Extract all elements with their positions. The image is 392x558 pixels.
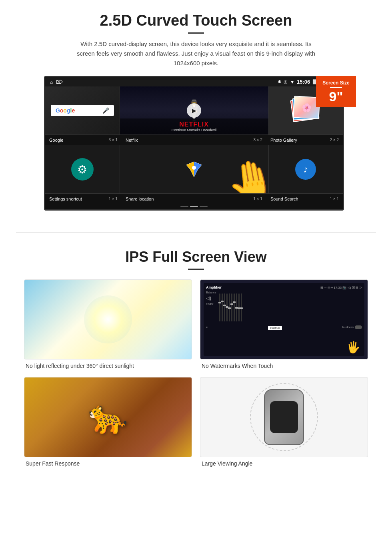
- amp-ui: Amplifier ⊞ ··· ◎ ▾ 17:33 📷 ◁) ☒ ⊟ ⊃ Bal…: [204, 283, 364, 356]
- feature-sunlight-caption: No light reflecting under 360° direct su…: [24, 363, 192, 369]
- app-label-photo: Photo Gallery 2 × 2: [266, 137, 343, 143]
- mic-icon: 🎤: [102, 107, 109, 114]
- eq-bar-5: [229, 293, 230, 321]
- netflix-subtitle: Continue Marvel's Daredevil: [123, 128, 265, 132]
- section1-divider: [188, 32, 204, 34]
- eq-bar-6: [231, 293, 232, 321]
- eq-bar-10: [241, 293, 242, 321]
- google-logo: Google: [56, 107, 75, 114]
- bluetooth-icon: ✱: [278, 79, 281, 84]
- app-label-row-2: Settings shortcut 1 × 1 Share location 1…: [45, 194, 343, 204]
- app-row-2: ⚙: [45, 145, 343, 194]
- feature-watermark-caption: No Watermarks When Touch: [200, 363, 368, 369]
- feature-car-caption: Large Viewing Angle: [200, 460, 368, 467]
- maps-icon: [184, 159, 204, 180]
- location-icon: ◎: [284, 79, 288, 84]
- eq-bar-8: [236, 293, 237, 321]
- amp-icons: ⊞ ··· ◎ ▾ 17:33 📷 ◁) ☒ ⊟ ⊃: [320, 286, 362, 289]
- svg-point-3: [192, 166, 196, 170]
- feature-sunlight-img: [24, 279, 192, 359]
- amp-time: 17:33: [334, 286, 342, 289]
- badge-divider: [330, 87, 342, 88]
- photo-label: Photo Gallery: [270, 138, 297, 143]
- scroll-dots: [45, 204, 343, 209]
- section2-title: IPS Full Screen View: [24, 249, 368, 265]
- loudness-toggle: loudness: [342, 325, 362, 329]
- sound-icon: ♪: [295, 159, 316, 180]
- settings-label: Settings shortcut: [49, 197, 82, 201]
- feature-car: Large Viewing Angle: [200, 377, 368, 467]
- netflix-size: 3 × 2: [253, 138, 262, 143]
- app-label-netflix: Netflix 3 × 2: [122, 137, 266, 143]
- device-wrapper: Screen Size 9" ⌂ ⌦ ✱ ◎ ▼ 15:06 ⬜ ◁: [44, 76, 348, 211]
- photo-size: 2 × 2: [330, 138, 339, 143]
- share-thumb: 🤚: [120, 145, 268, 193]
- feature-cheetah-img: 🐆: [24, 377, 192, 457]
- section-divider: [16, 232, 376, 233]
- amp-title: Amplifier: [206, 285, 222, 289]
- status-time: 15:06: [297, 79, 310, 85]
- features-grid: No light reflecting under 360° direct su…: [24, 279, 368, 467]
- app-cell-google[interactable]: Google 🎤: [45, 86, 120, 134]
- amp-hand: 🖐: [346, 341, 360, 354]
- wifi-icon: ▼: [290, 80, 294, 84]
- sun-effect: [84, 295, 132, 343]
- hand-illustration: 🤚: [222, 154, 268, 193]
- scroll-dot-2: [190, 206, 198, 207]
- curved-screen-section: 2.5D Curved Touch Screen With 2.5D curve…: [0, 0, 392, 220]
- amp-bottom: « Custom loudness: [206, 324, 362, 330]
- android-device: ⌂ ⌦ ✱ ◎ ▼ 15:06 ⬜ ◁) ☒ ⬓: [44, 76, 344, 211]
- feature-car-img: [200, 377, 368, 457]
- google-search-bar[interactable]: Google 🎤: [51, 105, 114, 116]
- app-cell-netflix[interactable]: 🕴 ▶ NETFLIX Continue Marvel's Daredevil: [120, 86, 269, 134]
- feature-cheetah: 🐆 Super Fast Response: [24, 377, 192, 467]
- app-label-settings: Settings shortcut 1 × 1: [45, 196, 122, 202]
- status-bar: ⌂ ⌦ ✱ ◎ ▼ 15:06 ⬜ ◁) ☒ ⬓: [45, 77, 343, 86]
- cheetah-icon: 🐆: [88, 398, 128, 436]
- section1-description: With 2.5D curved-display screen, this de…: [76, 39, 316, 68]
- scroll-dot-1: [180, 206, 188, 207]
- google-thumb: Google 🎤: [45, 86, 120, 134]
- app-row-1: Google 🎤 🕴 ▶ NETFLIX: [45, 86, 343, 135]
- car-top-view: [256, 385, 312, 449]
- google-label: Google: [49, 138, 63, 143]
- app-label-row-1: Google 3 × 1 Netflix 3 × 2 Photo Gallery…: [45, 135, 343, 145]
- share-label: Share location: [126, 197, 154, 201]
- feature-sunlight: No light reflecting under 360° direct su…: [24, 279, 192, 369]
- ips-section: IPS Full Screen View No light reflecting…: [0, 245, 392, 479]
- sound-label: Sound Search: [270, 197, 298, 201]
- amp-left-controls: Balance ◁) Fader: [206, 291, 362, 323]
- netflix-thumb: 🕴 ▶ NETFLIX Continue Marvel's Daredevil: [120, 86, 268, 134]
- eq-bar-2: [222, 293, 223, 321]
- app-label-google: Google 3 × 1: [45, 137, 122, 143]
- custom-btn: Custom: [268, 326, 282, 330]
- app-cell-sound[interactable]: ♪: [269, 145, 343, 193]
- settings-icon: ⚙: [71, 158, 94, 181]
- usb-icon: ⌦: [56, 79, 63, 85]
- badge-unit: ": [336, 89, 343, 104]
- status-left: ⌂ ⌦: [50, 79, 63, 85]
- badge-label: Screen Size: [319, 80, 353, 86]
- netflix-overlay: NETFLIX Continue Marvel's Daredevil: [120, 118, 268, 134]
- scroll-dot-3: [200, 206, 208, 207]
- amp-prev-icon: «: [206, 326, 208, 329]
- eq-bar-7: [234, 293, 235, 321]
- section1-title: 2.5D Curved Touch Screen: [24, 12, 368, 29]
- section2-divider: [188, 269, 204, 270]
- app-label-sound: Sound Search 1 × 1: [266, 196, 343, 202]
- app-cell-share[interactable]: 🤚: [120, 145, 269, 193]
- sound-size: 1 × 1: [330, 197, 339, 201]
- amp-top-bar: Amplifier ⊞ ··· ◎ ▾ 17:33 📷 ◁) ☒ ⊟ ⊃: [206, 285, 362, 289]
- settings-size: 1 × 1: [108, 197, 118, 201]
- app-cell-settings[interactable]: ⚙: [45, 145, 120, 193]
- settings-thumb: ⚙: [45, 145, 120, 193]
- play-button[interactable]: ▶: [187, 103, 201, 118]
- app-label-share: Share location 1 × 1: [122, 196, 266, 202]
- eq-bar-3: [224, 293, 225, 321]
- eq-bar-4: [226, 293, 228, 321]
- eq-bar-1: [219, 293, 220, 321]
- home-icon: ⌂: [50, 79, 53, 85]
- share-size: 1 × 1: [253, 197, 262, 201]
- google-size: 3 × 1: [108, 138, 118, 143]
- screen-size-badge: Screen Size 9": [316, 76, 356, 107]
